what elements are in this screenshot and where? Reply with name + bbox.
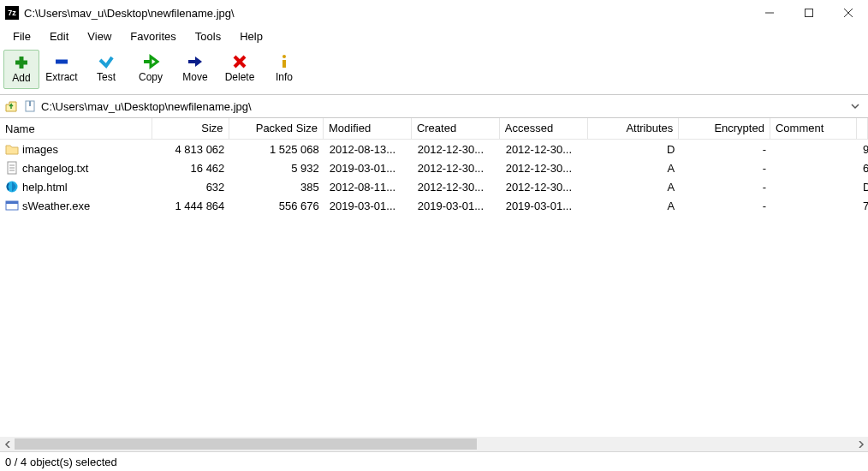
- toolbar-move-button[interactable]: Move: [173, 50, 217, 87]
- x-icon: [231, 54, 248, 69]
- up-folder-icon[interactable]: [3, 98, 19, 114]
- file-modified: 2012-08-11...: [324, 179, 413, 195]
- check-icon: [98, 54, 115, 69]
- file-attributes: A: [589, 160, 681, 176]
- file-list: Name Size Packed Size Modified Created A…: [0, 118, 868, 437]
- toolbar-add-button[interactable]: Add: [3, 50, 39, 89]
- arrow-right-hollow-icon: [142, 54, 159, 69]
- minimize-button[interactable]: [750, 0, 789, 26]
- scroll-left-icon[interactable]: [0, 437, 15, 451]
- titlebar: 7z C:\Users\mav_u\Desktop\newfilename.jp…: [0, 0, 868, 26]
- file-encrypted: -: [680, 141, 771, 158]
- address-dropdown-icon[interactable]: [851, 100, 865, 113]
- file-packed-size: 556 676: [229, 198, 324, 214]
- file-extra: 663: [858, 160, 868, 176]
- header-comment[interactable]: Comment: [770, 118, 857, 139]
- plus-icon: [13, 55, 30, 70]
- file-name: images: [22, 143, 58, 156]
- file-accessed: 2012-12-30...: [501, 160, 589, 176]
- svg-rect-1: [806, 9, 813, 17]
- horizontal-scrollbar[interactable]: [0, 437, 868, 451]
- file-comment: [771, 147, 858, 151]
- file-name: help.html: [22, 181, 68, 194]
- header-created[interactable]: Created: [412, 118, 500, 139]
- toolbar-info-button[interactable]: Info: [262, 50, 306, 87]
- file-attributes: A: [589, 179, 681, 195]
- svg-rect-17: [29, 101, 31, 106]
- header-packed-size[interactable]: Packed Size: [229, 118, 324, 139]
- file-accessed: 2012-12-30...: [501, 141, 589, 158]
- statusbar: 0 / 4 object(s) selected: [0, 451, 868, 471]
- svg-marker-18: [6, 146, 18, 154]
- maximize-button[interactable]: [789, 0, 829, 26]
- minus-icon: [53, 54, 70, 69]
- exe-icon: [5, 199, 19, 212]
- toolbar-delete-label: Delete: [225, 71, 255, 83]
- svg-rect-14: [282, 60, 286, 68]
- header-extra[interactable]: [857, 118, 868, 139]
- close-button[interactable]: [829, 0, 868, 26]
- address-path[interactable]: C:\Users\mav_u\Desktop\newfilename.jpg\: [41, 100, 846, 113]
- arrow-right-icon: [187, 54, 204, 69]
- toolbar-test-button[interactable]: Test: [84, 50, 128, 87]
- header-accessed[interactable]: Accessed: [500, 118, 588, 139]
- file-modified: 2012-08-13...: [324, 141, 413, 158]
- file-name: changelog.txt: [22, 162, 88, 175]
- scrollbar-track[interactable]: [15, 437, 853, 451]
- header-attributes[interactable]: Attributes: [588, 118, 680, 139]
- file-encrypted: -: [680, 179, 771, 195]
- file-comment: [771, 204, 858, 207]
- table-row[interactable]: help.html6323852012-08-11...2012-12-30..…: [0, 177, 868, 196]
- html-icon: [5, 180, 19, 194]
- toolbar-extract-label: Extract: [45, 71, 77, 83]
- header-encrypted[interactable]: Encrypted: [679, 118, 770, 139]
- menubar: File Edit View Favorites Tools Help: [0, 26, 868, 46]
- table-row[interactable]: sWeather.exe1 444 864556 6762019-03-01..…: [0, 196, 868, 215]
- file-packed-size: 1 525 068: [229, 141, 324, 158]
- file-size: 4 813 062: [153, 141, 230, 158]
- file-packed-size: 385: [229, 179, 324, 195]
- address-bar: C:\Users\mav_u\Desktop\newfilename.jpg\: [0, 94, 868, 118]
- file-size: 16 462: [153, 160, 230, 176]
- window-title: C:\Users\mav_u\Desktop\newfilename.jpg\: [24, 7, 235, 20]
- file-extra: D38: [858, 179, 868, 195]
- toolbar-extract-button[interactable]: Extract: [39, 50, 84, 87]
- menu-tools[interactable]: Tools: [187, 28, 229, 45]
- archive-file-icon: [24, 100, 36, 112]
- svg-rect-25: [6, 201, 18, 204]
- file-size: 1 444 864: [153, 198, 230, 214]
- header-name[interactable]: Name: [0, 118, 152, 139]
- svg-marker-10: [195, 57, 202, 67]
- table-row[interactable]: changelog.txt16 4625 9322019-03-01...201…: [0, 158, 868, 177]
- file-extra: 989: [858, 141, 868, 158]
- app-window: 7z C:\Users\mav_u\Desktop\newfilename.jp…: [0, 0, 868, 471]
- scroll-right-icon[interactable]: [853, 437, 868, 451]
- file-created: 2012-12-30...: [413, 179, 501, 195]
- file-modified: 2019-03-01...: [324, 160, 413, 176]
- menu-edit[interactable]: Edit: [42, 28, 76, 45]
- scrollbar-thumb[interactable]: [15, 438, 477, 450]
- file-created: 2012-12-30...: [413, 160, 501, 176]
- toolbar-copy-button[interactable]: Copy: [128, 50, 173, 87]
- file-encrypted: -: [680, 198, 771, 214]
- header-size[interactable]: Size: [152, 118, 229, 139]
- header-modified[interactable]: Modified: [324, 118, 412, 139]
- menu-file[interactable]: File: [5, 28, 39, 45]
- menu-help[interactable]: Help: [232, 28, 271, 45]
- toolbar-test-label: Test: [97, 71, 116, 83]
- info-icon: [276, 54, 293, 69]
- file-size: 632: [153, 179, 230, 195]
- svg-point-13: [282, 55, 286, 58]
- file-accessed: 2019-03-01...: [501, 198, 589, 214]
- file-accessed: 2012-12-30...: [501, 179, 589, 195]
- file-encrypted: -: [680, 160, 771, 176]
- folder-icon: [5, 142, 19, 156]
- table-row[interactable]: images4 813 0621 525 0682012-08-13...201…: [0, 140, 868, 158]
- toolbar-delete-button[interactable]: Delete: [217, 50, 262, 87]
- file-comment: [771, 166, 858, 170]
- column-header-row: Name Size Packed Size Modified Created A…: [0, 118, 868, 140]
- file-attributes: A: [589, 198, 681, 214]
- menu-favorites[interactable]: Favorites: [122, 28, 183, 45]
- toolbar: Add Extract Test Copy Move Delete Info: [0, 46, 868, 94]
- menu-view[interactable]: View: [80, 28, 119, 45]
